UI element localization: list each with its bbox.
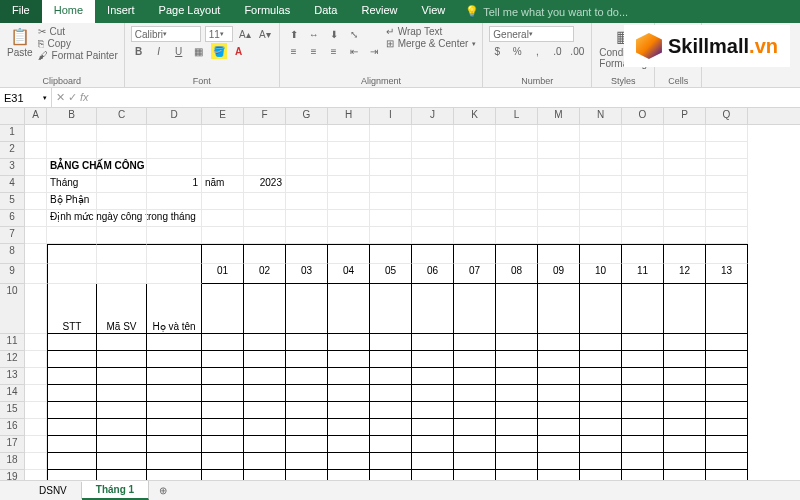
cell[interactable] xyxy=(412,142,454,159)
cell[interactable]: 04 xyxy=(328,264,370,284)
cell[interactable] xyxy=(454,419,496,436)
font-face-select[interactable]: Calibri▾ xyxy=(131,26,201,42)
row-header[interactable]: 14 xyxy=(0,385,24,402)
col-header[interactable]: N xyxy=(580,108,622,124)
cell[interactable] xyxy=(412,227,454,244)
cell[interactable] xyxy=(370,351,412,368)
cell[interactable] xyxy=(147,351,202,368)
col-header[interactable]: M xyxy=(538,108,580,124)
cell[interactable] xyxy=(97,351,147,368)
cell[interactable] xyxy=(147,334,202,351)
cell[interactable] xyxy=(664,142,706,159)
cell[interactable] xyxy=(496,244,538,264)
align-right-icon[interactable]: ≡ xyxy=(326,43,342,59)
cell[interactable] xyxy=(244,402,286,419)
cell[interactable] xyxy=(328,159,370,176)
cell[interactable] xyxy=(622,385,664,402)
tab-review[interactable]: Review xyxy=(349,0,409,23)
cell[interactable] xyxy=(202,227,244,244)
cell[interactable] xyxy=(496,193,538,210)
cell[interactable] xyxy=(412,385,454,402)
cell[interactable] xyxy=(25,419,47,436)
cell[interactable] xyxy=(147,125,202,142)
cell[interactable] xyxy=(580,351,622,368)
cell[interactable] xyxy=(706,453,748,470)
cell[interactable] xyxy=(580,284,622,334)
row-header[interactable]: 4 xyxy=(0,176,24,193)
cell[interactable] xyxy=(454,227,496,244)
cell[interactable] xyxy=(664,470,706,480)
cell[interactable] xyxy=(664,436,706,453)
formula-input[interactable] xyxy=(93,96,800,100)
tab-formulas[interactable]: Formulas xyxy=(232,0,302,23)
cell[interactable] xyxy=(244,193,286,210)
add-sheet-button[interactable]: ⊕ xyxy=(149,482,177,499)
cell[interactable] xyxy=(622,453,664,470)
cell[interactable]: 02 xyxy=(244,264,286,284)
cell[interactable] xyxy=(202,453,244,470)
cell[interactable] xyxy=(706,402,748,419)
cell[interactable] xyxy=(370,419,412,436)
cell[interactable] xyxy=(370,125,412,142)
cell[interactable] xyxy=(496,402,538,419)
cell[interactable] xyxy=(454,385,496,402)
cell[interactable] xyxy=(47,125,97,142)
cell[interactable] xyxy=(97,244,147,264)
col-header[interactable]: I xyxy=(370,108,412,124)
cell[interactable] xyxy=(706,244,748,264)
cell[interactable] xyxy=(286,419,328,436)
tell-me-search[interactable]: 💡 Tell me what you want to do... xyxy=(465,0,628,23)
cell[interactable] xyxy=(244,351,286,368)
col-header[interactable]: F xyxy=(244,108,286,124)
cell[interactable] xyxy=(664,284,706,334)
cell[interactable] xyxy=(97,368,147,385)
row-header[interactable]: 12 xyxy=(0,351,24,368)
cell[interactable] xyxy=(97,402,147,419)
cell[interactable] xyxy=(147,436,202,453)
col-header[interactable]: O xyxy=(622,108,664,124)
cell[interactable] xyxy=(496,176,538,193)
cell[interactable] xyxy=(370,334,412,351)
cells-area[interactable]: BẢNG CHẤM CÔNGTháng1năm2023Bộ PhậnĐịnh m… xyxy=(25,125,800,480)
cell[interactable] xyxy=(664,227,706,244)
cell[interactable] xyxy=(97,334,147,351)
cell[interactable] xyxy=(286,142,328,159)
cell[interactable] xyxy=(244,436,286,453)
cell[interactable] xyxy=(622,284,664,334)
row-header[interactable]: 19 xyxy=(0,470,24,480)
cell[interactable]: 11 xyxy=(622,264,664,284)
cell[interactable] xyxy=(412,419,454,436)
cell[interactable] xyxy=(286,227,328,244)
cell[interactable] xyxy=(538,402,580,419)
cell[interactable] xyxy=(412,368,454,385)
cell[interactable] xyxy=(538,176,580,193)
cell[interactable] xyxy=(202,284,244,334)
cell[interactable] xyxy=(147,142,202,159)
cell[interactable] xyxy=(25,351,47,368)
cell[interactable] xyxy=(538,436,580,453)
cell[interactable] xyxy=(370,142,412,159)
cell[interactable]: BẢNG CHẤM CÔNG xyxy=(47,159,97,176)
cell[interactable] xyxy=(706,193,748,210)
cell[interactable] xyxy=(454,368,496,385)
cell[interactable] xyxy=(370,193,412,210)
cell[interactable] xyxy=(147,193,202,210)
cell[interactable] xyxy=(370,159,412,176)
cell[interactable] xyxy=(496,284,538,334)
cell[interactable] xyxy=(496,125,538,142)
cell[interactable] xyxy=(370,284,412,334)
cell[interactable] xyxy=(286,351,328,368)
cell[interactable]: 08 xyxy=(496,264,538,284)
cell[interactable] xyxy=(370,244,412,264)
cell[interactable] xyxy=(47,264,97,284)
cell[interactable] xyxy=(622,334,664,351)
fx-icon[interactable]: fx xyxy=(80,91,89,104)
cell[interactable] xyxy=(580,368,622,385)
col-header[interactable]: B xyxy=(47,108,97,124)
cell[interactable] xyxy=(147,264,202,284)
font-color-button[interactable]: A xyxy=(231,43,247,59)
cell[interactable] xyxy=(622,351,664,368)
align-left-icon[interactable]: ≡ xyxy=(286,43,302,59)
cell[interactable] xyxy=(147,385,202,402)
cell[interactable] xyxy=(664,351,706,368)
